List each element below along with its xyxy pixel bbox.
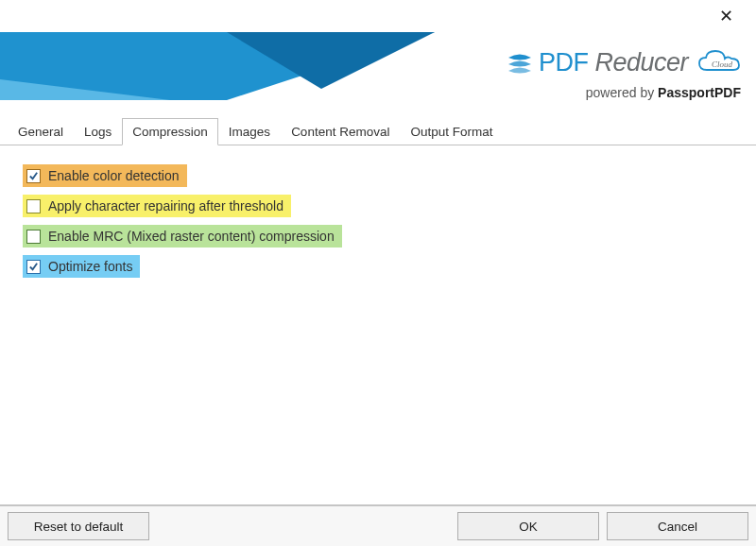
option-mrc[interactable]: Enable MRC (Mixed raster content) compre…: [23, 225, 342, 247]
tab-images[interactable]: Images: [218, 118, 281, 145]
brand-text: PDF Reducer: [539, 48, 688, 77]
header-banner: PDF Reducer Cloud powered by PassportPDF: [0, 32, 756, 115]
powered-by: powered by PassportPDF: [586, 85, 741, 100]
powered-prefix: powered by: [586, 85, 658, 100]
close-button[interactable]: ✕: [713, 6, 739, 26]
banner-graphic: [0, 32, 435, 100]
titlebar: ✕: [0, 0, 756, 32]
check-icon: [28, 262, 39, 272]
option-color-detection[interactable]: Enable color detection: [23, 164, 187, 187]
checkbox-color-detection[interactable]: [26, 169, 41, 183]
brand-reducer-text: Reducer: [594, 48, 688, 77]
checkbox-mrc[interactable]: [26, 230, 41, 244]
label-color-detection: Enable color detection: [48, 168, 180, 183]
check-icon: [28, 171, 39, 181]
option-char-repair[interactable]: Apply character repairing after threshol…: [23, 195, 291, 217]
brand: PDF Reducer Cloud: [507, 47, 741, 78]
tab-logs[interactable]: Logs: [74, 118, 122, 145]
footer: Reset to default OK Cancel: [0, 504, 756, 546]
tab-content-removal[interactable]: Content Removal: [281, 118, 400, 145]
tab-general[interactable]: General: [8, 118, 74, 145]
ok-button[interactable]: OK: [457, 512, 599, 540]
svg-text:Cloud: Cloud: [712, 60, 733, 69]
option-optimize-fonts[interactable]: Optimize fonts: [23, 255, 140, 278]
tab-content: Enable color detection Apply character r…: [0, 145, 756, 504]
brand-pdf-text: PDF: [539, 48, 589, 77]
tab-output-format[interactable]: Output Format: [400, 118, 503, 145]
label-mrc: Enable MRC (Mixed raster content) compre…: [48, 229, 335, 244]
checkbox-optimize-fonts[interactable]: [26, 260, 41, 274]
checkbox-char-repair[interactable]: [26, 199, 41, 213]
powered-name: PassportPDF: [658, 85, 741, 100]
label-optimize-fonts: Optimize fonts: [48, 259, 132, 274]
tab-bar: General Logs Compression Images Content …: [0, 117, 756, 145]
cancel-button[interactable]: Cancel: [607, 512, 748, 540]
brand-stack-icon: [507, 52, 533, 75]
cloud-icon: Cloud: [696, 47, 741, 78]
reset-button[interactable]: Reset to default: [8, 512, 149, 540]
tab-compression[interactable]: Compression: [122, 118, 218, 145]
label-char-repair: Apply character repairing after threshol…: [48, 198, 284, 213]
app-window: ✕ PDF Reducer Cloud: [0, 0, 756, 546]
